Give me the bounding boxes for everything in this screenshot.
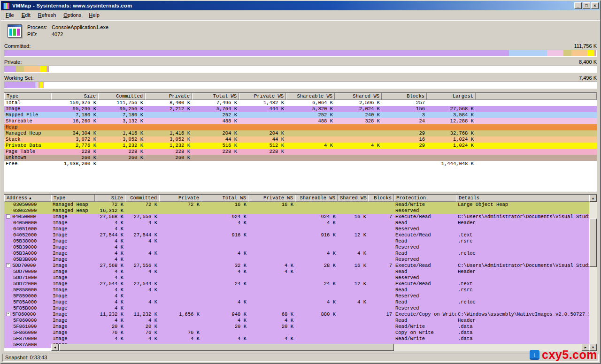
- column-header-type[interactable]: Type: [51, 195, 95, 202]
- menu-item-options[interactable]: Options: [60, 11, 85, 19]
- cell: 4 K: [125, 269, 159, 275]
- minimize-button[interactable]: _: [574, 2, 582, 9]
- detail-row[interactable]: 03062000Managed Heap16,312 KReserved: [4, 208, 589, 214]
- cell: 1,656 K: [159, 311, 201, 318]
- column-header-blocks[interactable]: Blocks: [368, 195, 394, 202]
- detail-row[interactable]: 5F85B000Image4 KReserved: [4, 305, 589, 311]
- detail-row[interactable]: 5F879000Image4 K4 K4 K4 K4 KRead/Write.d…: [4, 336, 589, 342]
- collapse-toggle[interactable]: -: [6, 214, 10, 219]
- cell: [98, 124, 145, 130]
- detail-row[interactable]: 5DD70000Image4 K4 K4 K4 KReadHeader: [4, 269, 589, 275]
- menu-item-file[interactable]: File: [2, 11, 18, 19]
- column-header-address[interactable]: Address▲: [4, 195, 51, 202]
- cell: 4 K: [248, 318, 295, 324]
- cell: [368, 318, 394, 324]
- detail-row[interactable]: 5DD72000Image27,544 K27,544 K24 K24 K12 …: [4, 281, 589, 287]
- menu-item-help[interactable]: Help: [85, 11, 103, 19]
- bar-label: Working Set:: [4, 75, 34, 81]
- column-header-private[interactable]: Private: [159, 195, 201, 202]
- column-header-blocks[interactable]: Blocks: [382, 93, 427, 100]
- detail-row[interactable]: -04050000Image27,568 K27,556 K924 K924 K…: [4, 214, 589, 220]
- vertical-scrollbar[interactable]: ▲ ▼: [589, 195, 597, 351]
- summary-row[interactable]: Free1,938,200 K1,444,048 K: [4, 161, 597, 167]
- column-header-type[interactable]: Type: [4, 93, 51, 100]
- summary-row[interactable]: Page Table228 K228 K228 K228 K228 K: [4, 149, 597, 155]
- detail-row[interactable]: -5F860000Image11,232 K11,232 K1,656 K948…: [4, 311, 589, 318]
- menu-item-edit[interactable]: Edit: [18, 11, 34, 19]
- detail-row[interactable]: 5F861000Image20 K20 K20 K20 KRead/Write.…: [4, 324, 589, 330]
- collapse-toggle[interactable]: -: [6, 312, 10, 316]
- detail-row[interactable]: 05B39000Image4 KReserved: [4, 244, 589, 250]
- cell: 488 K: [286, 118, 335, 124]
- column-header-largest[interactable]: Largest: [427, 93, 476, 100]
- cell: [338, 305, 368, 311]
- window-title: VMMap - Sysinternals: www.sysinternals.c…: [10, 3, 574, 8]
- cell: 4 K: [95, 226, 125, 232]
- summary-row[interactable]: Unknown260 K260 K260 K: [4, 155, 597, 161]
- title-bar[interactable]: VMMap - Sysinternals: www.sysinternals.c…: [1, 1, 600, 10]
- detail-row[interactable]: 04052000Image27,544 K27,544 K916 K916 K1…: [4, 232, 589, 238]
- detail-row[interactable]: 05B38000Image4 K4 KRead.rsrc: [4, 238, 589, 244]
- column-header-total-ws[interactable]: Total WS: [201, 195, 248, 202]
- close-button[interactable]: ×: [591, 2, 599, 9]
- summary-row[interactable]: Private Data2,776 K1,232 K1,232 K516 K51…: [4, 143, 597, 149]
- column-header-size[interactable]: Size: [95, 195, 125, 202]
- column-header-committed[interactable]: Committed: [125, 195, 159, 202]
- column-header-committed[interactable]: Committed: [98, 93, 145, 100]
- cell: [248, 299, 295, 305]
- column-header-details[interactable]: Details: [456, 195, 589, 202]
- maximize-button[interactable]: □: [583, 2, 590, 9]
- cell: 260 K: [145, 155, 192, 161]
- detail-row[interactable]: 05B3B000Image4 KReserved: [4, 257, 589, 263]
- detail-row[interactable]: 04050000Image4 K4 K4 K4 KReadHeader: [4, 220, 589, 226]
- column-header-shareable-ws[interactable]: Shareable WS: [286, 93, 335, 100]
- detail-row[interactable]: 5F860000Image4 K4 K4 K4 KReadHeader: [4, 318, 589, 324]
- column-header-shared-ws[interactable]: Shared WS: [338, 195, 368, 202]
- summary-row[interactable]: Shareable16,260 K3,132 K488 K488 K328 K2…: [4, 118, 597, 124]
- cell: [159, 226, 201, 232]
- cell: [295, 305, 338, 311]
- column-header-protection[interactable]: Protection: [394, 195, 456, 202]
- summary-row[interactable]: Stack3,072 K3,052 K3,052 K44 K44 K161,02…: [4, 136, 597, 143]
- collapse-toggle[interactable]: -: [6, 263, 10, 267]
- column-header-size[interactable]: Size: [51, 93, 98, 100]
- summary-row[interactable]: Total159,376 K111,756 K8,400 K7,496 K1,4…: [4, 100, 597, 106]
- cell: [368, 293, 394, 299]
- column-header-private[interactable]: Private: [145, 93, 192, 100]
- detail-row[interactable]: 5F866000Image76 K76 K76 KCopy on write.d…: [4, 330, 589, 336]
- cell: 76 K: [125, 330, 159, 336]
- cell: [368, 299, 394, 305]
- detail-row[interactable]: 5F858000Image4 K4 KRead.rsrc: [4, 287, 589, 293]
- cell: 95,256 K: [98, 106, 145, 112]
- cell: 27,556 K: [125, 263, 159, 269]
- summary-row[interactable]: Mapped File7,180 K7,180 K252 K252 K240 K…: [4, 112, 597, 118]
- column-header-shareable-ws[interactable]: Shareable WS: [295, 195, 338, 202]
- vmmap-app-icon: [2, 2, 10, 9]
- summary-row[interactable]: Heap: [4, 124, 597, 130]
- cell: 7,180 K: [98, 112, 145, 118]
- detail-row[interactable]: 5DD71000Image4 KReserved: [4, 275, 589, 281]
- summary-row[interactable]: Image95,296 K95,256 K2,212 K5,764 K444 K…: [4, 106, 597, 112]
- vertical-scroll-track[interactable]: [589, 202, 597, 344]
- column-header-private-ws[interactable]: Private WS: [248, 195, 295, 202]
- column-header-total-ws[interactable]: Total WS: [192, 93, 239, 100]
- vertical-scroll-thumb[interactable]: [589, 219, 597, 267]
- bar-label: Committed:: [4, 43, 31, 49]
- horizontal-scrollbar[interactable]: ◄ ►: [51, 344, 589, 351]
- horizontal-scroll-thumb[interactable]: [59, 344, 394, 351]
- cell: [295, 336, 338, 342]
- summary-row[interactable]: Managed Heap34,304 K1,416 K1,416 K204 K2…: [4, 130, 597, 136]
- horizontal-scroll-track[interactable]: [59, 344, 582, 351]
- column-header-private-ws[interactable]: Private WS: [239, 93, 286, 100]
- menu-item-refresh[interactable]: Refresh: [34, 11, 60, 19]
- cell: [248, 275, 295, 281]
- detail-row[interactable]: 5F859000Image4 KReserved: [4, 293, 589, 299]
- column-header-shared-ws[interactable]: Shared WS: [335, 93, 382, 100]
- detail-row[interactable]: 5F85A000Image4 K4 K4 K4 K4 KRead.reloc: [4, 299, 589, 305]
- detail-row[interactable]: 05B3A000Image4 K4 K4 K4 K4 KRead.reloc: [4, 250, 589, 257]
- scroll-left-button[interactable]: ◄: [51, 344, 59, 351]
- scroll-up-button[interactable]: ▲: [589, 195, 597, 202]
- detail-row[interactable]: 04051000Image4 KReserved: [4, 226, 589, 232]
- detail-row[interactable]: -5DD70000Image27,568 K27,556 K32 K4 K28 …: [4, 263, 589, 269]
- detail-row[interactable]: 03050000Managed Heap72 K72 K72 K16 K16 K…: [4, 202, 589, 208]
